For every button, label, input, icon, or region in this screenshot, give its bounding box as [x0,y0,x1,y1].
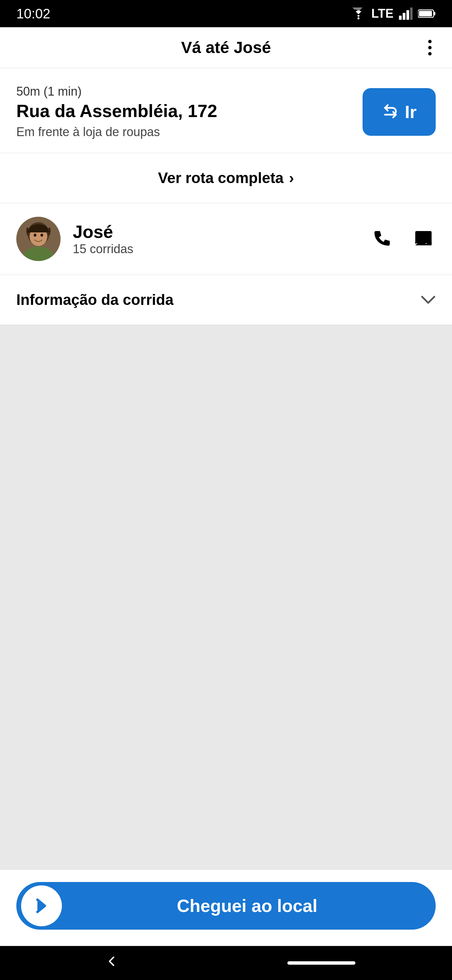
route-distance: 50m (1 min) [16,84,349,99]
status-time: 10:02 [16,6,50,21]
svg-rect-7 [419,11,432,16]
lte-icon: LTE [371,6,393,21]
route-info-section: 50m (1 min) Rua da Assembléia, 172 Em fr… [0,68,452,153]
svg-point-0 [357,18,360,19]
svg-rect-6 [434,12,435,15]
wifi-icon [351,8,366,20]
dots-icon [428,40,431,56]
passenger-section: José 15 corridas [0,203,452,275]
app-header: Vá até José [0,27,452,68]
chevron-right-icon: › [289,169,294,186]
app-container: Vá até José 50m (1 min) Rua da Assembléi… [0,27,452,946]
bottom-action-area: Cheguei ao local [0,869,452,946]
svg-point-11 [34,234,36,237]
call-button[interactable] [370,226,395,252]
battery-icon [418,8,436,19]
go-button[interactable]: Ir [363,88,436,136]
avatar-image [16,217,60,261]
route-details: 50m (1 min) Rua da Assembléia, 172 Em fr… [16,84,349,139]
svg-point-12 [40,234,43,237]
back-arrow-icon [105,955,118,968]
passenger-actions [370,226,436,252]
svg-rect-4 [410,8,412,20]
svg-rect-2 [403,13,405,20]
go-button-label: Ir [405,102,417,122]
passenger-avatar [16,217,60,261]
more-options-button[interactable] [424,36,436,60]
passenger-rides: 15 corridas [73,242,358,256]
signal-icon [399,8,412,20]
svg-rect-1 [399,16,402,20]
map-area [0,325,452,869]
arrived-button-label: Cheguei ao local [65,896,436,916]
back-button[interactable] [97,950,127,975]
ride-info-section[interactable]: Informação da corrida [0,275,452,325]
message-button[interactable] [411,226,436,252]
bottom-nav-bar [0,946,452,980]
arrived-button-arrow-icon [21,885,62,926]
passenger-info: José 15 corridas [73,221,358,256]
view-route-section[interactable]: Ver rota completa › [0,153,452,203]
passenger-name: José [73,221,358,242]
status-bar: 10:02 LTE [0,0,452,27]
chevron-down-icon [421,291,436,308]
route-address: Rua da Assembléia, 172 [16,102,349,121]
arrived-button[interactable]: Cheguei ao local [16,882,436,930]
home-indicator[interactable] [287,961,355,965]
page-title: Vá até José [181,38,271,57]
message-icon [414,229,433,248]
chevron-right-arrow-icon [31,896,52,916]
view-route-text: Ver rota completa [158,169,284,186]
svg-rect-3 [406,10,409,20]
route-icon [382,103,399,121]
status-icons: LTE [351,6,436,21]
route-landmark: Em frente à loja de roupas [16,125,349,139]
phone-icon [373,229,392,248]
ride-info-title: Informação da corrida [16,291,173,308]
